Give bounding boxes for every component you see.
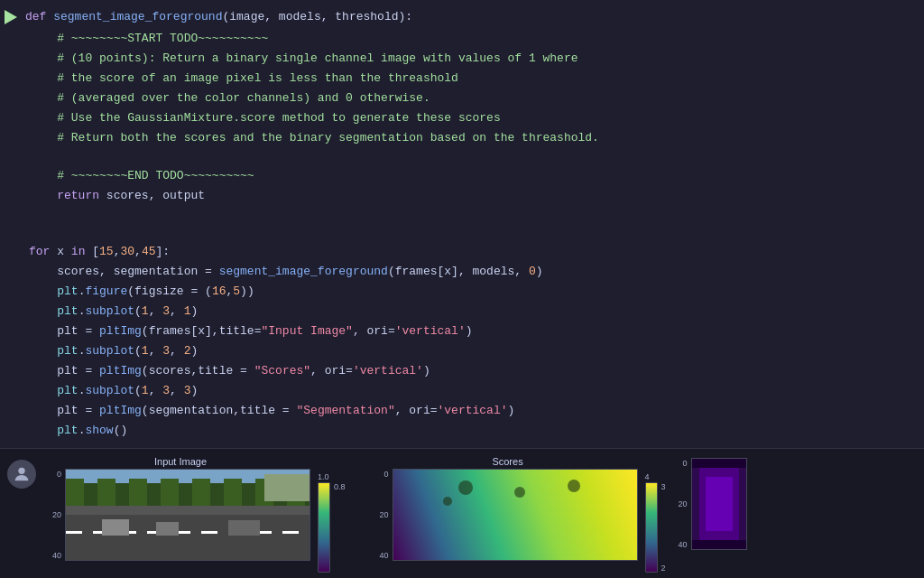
token-number: 16 (212, 284, 226, 298)
token-comment-green: # ~~~~~~~~START TODO~~~~~~~~~~ (57, 32, 268, 45)
token-plain: ) (191, 344, 199, 358)
token-kw-def: def (25, 10, 53, 23)
token-plain: ) (191, 384, 199, 397)
token-plain: , (134, 245, 142, 258)
token-plain: , (170, 344, 184, 358)
token-number: 5 (233, 284, 240, 298)
token-comment-green: # (averaged over the color channels) and… (57, 91, 430, 105)
colorbar-label: 2 (661, 564, 666, 573)
code-line: plt = pltImg(segmentation,title = "Segme… (0, 401, 924, 421)
colorbar-bar (645, 482, 658, 573)
token-param: image, models, threshold (229, 10, 398, 23)
token-number: 2 (184, 344, 191, 358)
token-plain: , (170, 304, 184, 318)
code-editor: def segment_image_foreground(image, mode… (0, 0, 924, 449)
plot-title-scores: Scores (492, 456, 522, 467)
line-content: # the score of an image pixel is less th… (25, 70, 924, 88)
yaxis-label: 20 (380, 510, 389, 519)
code-line: # the score of an image pixel is less th… (0, 69, 924, 89)
svg-point-0 (18, 468, 24, 474)
plot-segmentation: 02040 (677, 456, 747, 550)
token-plain: ( (134, 344, 142, 358)
code-line: # ~~~~~~~~END TODO~~~~~~~~~~ (0, 166, 924, 186)
run-button[interactable] (0, 6, 22, 28)
code-line: # (10 points): Return a binary single ch… (0, 49, 924, 69)
token-fn-call: pltImg (99, 324, 142, 338)
token-kw-in: in (71, 245, 92, 258)
token-plain: , (149, 344, 163, 358)
token-plain: , (170, 384, 184, 397)
yaxis-label: 0 (52, 470, 61, 479)
code-line: scores, segmentation = segment_image_for… (0, 262, 924, 282)
plot-title-input: Input Image (154, 456, 207, 467)
token-plain: (scores,title = (142, 364, 254, 378)
token-attr: plt (57, 304, 78, 318)
token-plain: scores, segmentation = (57, 265, 218, 278)
line-content: for x in [15,30,45]: (25, 243, 924, 261)
code-line (0, 148, 924, 166)
road-image (65, 469, 310, 561)
line-content: plt.figure(figsize = (16,5)) (25, 283, 924, 301)
token-comment-green: # ~~~~~~~~END TODO~~~~~~~~~~ (57, 169, 254, 182)
plot-wrap-seg: 02040 (677, 456, 747, 550)
line-content: # ~~~~~~~~START TODO~~~~~~~~~~ (25, 30, 924, 48)
segmentation-image (691, 458, 747, 550)
token-plain: (frames[x], models, (388, 265, 529, 278)
token-string: 'vertical' (353, 364, 423, 378)
token-plain: ( (134, 304, 142, 318)
token-plain: ): (399, 10, 413, 23)
code-editor-block: def segment_image_foreground(image, mode… (0, 0, 924, 449)
token-comment-green: # Use the GaussianMixture.score method t… (57, 111, 500, 125)
token-number: 3 (162, 304, 170, 318)
yaxis-label: 20 (52, 510, 61, 519)
token-plain: plt = (57, 404, 99, 417)
token-plain: (frames[x],title= (142, 324, 262, 338)
code-line (0, 206, 924, 224)
line-content: return scores, output (25, 187, 924, 205)
scores-image (393, 469, 638, 561)
code-line: for x in [15,30,45]: (0, 242, 924, 262)
token-number: 1 (142, 344, 149, 358)
line-content: plt = pltImg(scores,title = "Scores", or… (25, 362, 924, 380)
token-plain: x (57, 245, 71, 258)
token-number: 1 (142, 384, 149, 397)
token-plain: ) (536, 265, 543, 278)
token-comment-green: # the score of an image pixel is less th… (57, 71, 458, 85)
token-plain: , (149, 384, 163, 397)
code-line: plt.subplot(1, 3, 1) (0, 302, 924, 322)
token-fn-call: pltImg (99, 404, 142, 417)
code-line: # ~~~~~~~~START TODO~~~~~~~~~~ (0, 29, 924, 49)
token-plain: , ori= (353, 324, 395, 338)
code-line: plt.subplot(1, 3, 3) (0, 381, 924, 401)
token-number: 1 (142, 304, 149, 318)
token-attr: plt (57, 284, 78, 298)
code-line: plt.subplot(1, 3, 2) (0, 341, 924, 361)
colorbar-label: 3 (661, 482, 666, 491)
code-line: # (averaged over the color channels) and… (0, 89, 924, 108)
line-content: plt = pltImg(frames[x],title="Input Imag… (25, 322, 924, 340)
token-string: "Scores" (254, 364, 310, 378)
token-attr: plt (57, 424, 78, 437)
token-fn-call: pltImg (99, 364, 142, 378)
yaxis-label: 40 (52, 551, 61, 560)
line-content: plt.show() (25, 422, 924, 440)
colorbar-label: 0.8 (334, 482, 346, 491)
token-number: 1 (184, 304, 191, 318)
token-plain: ) (508, 404, 515, 417)
token-string: 'vertical' (438, 404, 508, 417)
output-area: Input Image020401.00.8Scores020404320204… (0, 449, 924, 578)
code-line: return scores, output (0, 186, 924, 206)
token-plain: (segmentation,title = (142, 404, 297, 417)
line-content: # ~~~~~~~~END TODO~~~~~~~~~~ (25, 167, 924, 185)
token-plain: plt = (57, 324, 99, 338)
line-content: # (averaged over the color channels) and… (25, 89, 924, 107)
yaxis-label: 0 (380, 470, 389, 479)
token-plain: scores, output (106, 189, 205, 202)
yaxis-label: 40 (679, 540, 688, 549)
viz-container: Input Image020401.00.8Scores020404320204… (43, 456, 924, 573)
token-fn-call: subplot (85, 344, 134, 358)
token-plain: ) (423, 364, 430, 378)
token-comment-green: # Return both the scores and the binary … (57, 131, 599, 144)
token-plain: ) (191, 304, 199, 318)
token-fn-call: show (85, 424, 113, 437)
